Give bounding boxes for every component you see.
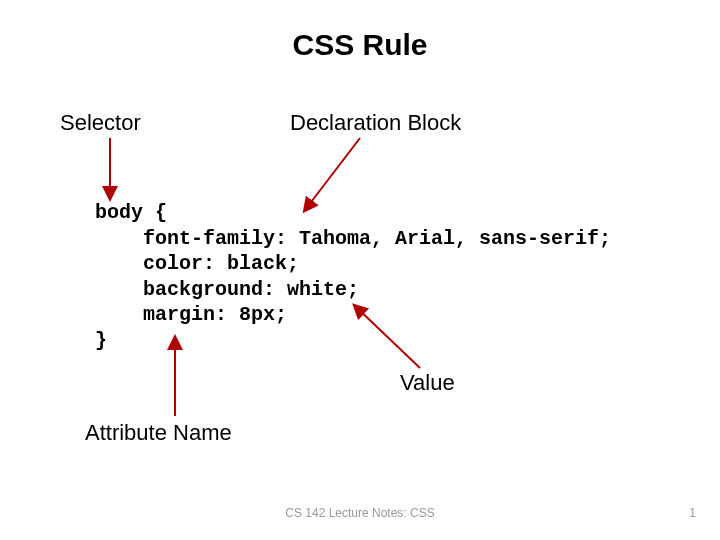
code-line-1: body {: [95, 201, 167, 224]
code-line-2: font-family: Tahoma, Arial, sans-serif;: [95, 227, 611, 250]
code-line-5: margin: 8px;: [95, 303, 287, 326]
slide: CSS Rule Selector Declaration Block Valu…: [0, 0, 720, 540]
footer-text: CS 142 Lecture Notes: CSS: [0, 506, 720, 520]
label-value: Value: [400, 370, 455, 396]
page-title: CSS Rule: [0, 28, 720, 62]
label-attribute-name: Attribute Name: [85, 420, 232, 446]
code-line-6: }: [95, 329, 107, 352]
page-number: 1: [689, 506, 696, 520]
label-declaration-block: Declaration Block: [290, 110, 461, 136]
label-selector: Selector: [60, 110, 141, 136]
code-block: body { font-family: Tahoma, Arial, sans-…: [95, 200, 611, 354]
code-line-4: background: white;: [95, 278, 359, 301]
code-line-3: color: black;: [95, 252, 299, 275]
